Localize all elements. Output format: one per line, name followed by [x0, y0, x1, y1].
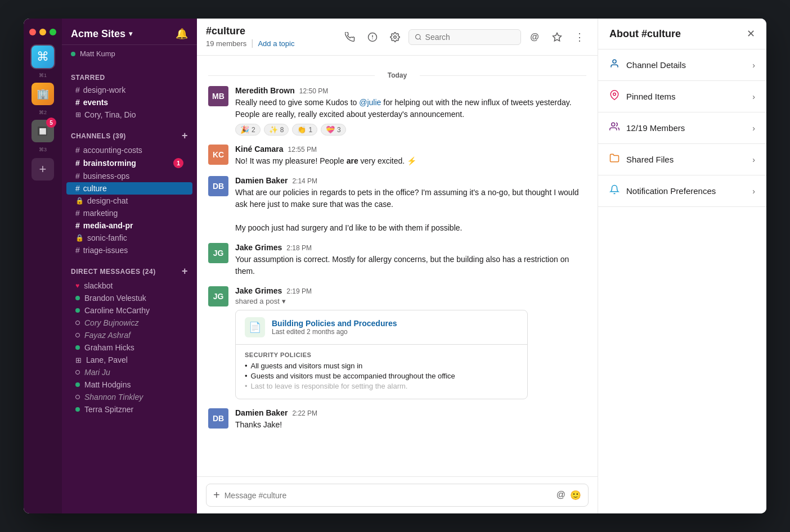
list-item: • Guests and visitors must be accompanie… [245, 372, 518, 380]
reaction-item[interactable]: ✨8 [264, 124, 289, 136]
workspace-icon-1[interactable]: ⌘ [30, 44, 55, 69]
avatar: MB [208, 86, 228, 106]
dm-item-fayaz-ashraf[interactable]: Fayaz Ashraf [66, 329, 192, 341]
panel-item-pinned-items[interactable]: Pinned Items › [598, 81, 766, 112]
search-bar[interactable] [409, 29, 521, 45]
sidebar-item-media-and-pr[interactable]: # media-and-pr [66, 219, 192, 232]
dm-name: Brandon Velestuk [84, 294, 146, 303]
dm-item-brandon-velestuk[interactable]: Brandon Velestuk [66, 292, 192, 304]
post-subtitle: Last edited 2 months ago [272, 328, 397, 336]
panel-item-members[interactable]: 12/19 Members › [598, 112, 766, 144]
sender-name[interactable]: Kiné Camara [235, 145, 284, 154]
at-mention-icon[interactable]: @ [556, 490, 565, 501]
channels-label-text: CHANNELS (39) [71, 132, 126, 140]
close-button[interactable] [29, 29, 36, 35]
sidebar-item-culture[interactable]: # culture [66, 182, 192, 195]
info-icon[interactable] [363, 28, 381, 46]
reactions: 🎉2 ✨8 👏1 💝3 [235, 124, 586, 136]
panel-item-left: 12/19 Members [609, 121, 685, 134]
panel-item-notification-prefs[interactable]: Notification Preferences › [598, 175, 766, 207]
sidebar-item-design-chat[interactable]: 🔒 design-chat [66, 195, 192, 207]
sidebar-item-cory-tina-dio[interactable]: ⊞ Cory, Tina, Dio [66, 109, 192, 121]
reaction-item[interactable]: 👏1 [292, 124, 317, 136]
panel-item-label: Shared Files [626, 155, 674, 164]
chevron-right-icon: › [752, 61, 755, 70]
sidebar-item-brainstorming[interactable]: # brainstorming 1 [66, 156, 192, 170]
message-input[interactable] [225, 491, 552, 500]
user-status[interactable]: Matt Kump [62, 45, 197, 65]
minimize-button[interactable] [39, 29, 46, 35]
dm-item-graham-hicks[interactable]: Graham Hicks [66, 341, 192, 354]
close-panel-button[interactable]: ✕ [747, 28, 755, 40]
at-icon[interactable]: @ [526, 28, 544, 46]
sender-name[interactable]: Damien Baker [235, 176, 288, 185]
chevron-right-icon: › [752, 92, 755, 101]
more-icon[interactable]: ⋮ [571, 28, 589, 46]
shared-post-body: SECURITY POLICIES • All guests and visit… [236, 345, 527, 399]
hash-icon: # [75, 221, 80, 230]
panel-item-shared-files[interactable]: Shared Files › [598, 144, 766, 175]
hash-icon: # [75, 184, 80, 193]
channel-name: brainstorming [83, 159, 136, 168]
emoji-icon[interactable]: 🙂 [570, 490, 581, 501]
avatar: DB [208, 176, 228, 196]
sidebar-item-events[interactable]: # events [66, 96, 192, 109]
settings-icon[interactable] [386, 28, 404, 46]
post-title[interactable]: Building Policies and Procedures [272, 319, 397, 328]
dm-item-slackbot[interactable]: ♥ slackbot [66, 279, 192, 292]
sender-name[interactable]: Damien Baker [235, 408, 288, 417]
sidebar-item-accounting-costs[interactable]: # accounting-costs [66, 144, 192, 156]
add-attachment-button[interactable]: + [213, 489, 220, 502]
sidebar-item-business-ops[interactable]: # business-ops [66, 170, 192, 182]
add-dm-button[interactable]: + [182, 265, 188, 277]
hash-icon: # [75, 172, 80, 181]
reaction-item[interactable]: 💝3 [321, 124, 346, 136]
status-indicator-offline [75, 333, 80, 337]
call-icon[interactable] [341, 28, 359, 46]
dm-item-mari-ju[interactable]: Mari Ju [66, 366, 192, 378]
dm-item-caroline-mccarthy[interactable]: Caroline McCarthy [66, 304, 192, 317]
date-divider: Today [208, 71, 586, 79]
chevron-right-icon: › [752, 155, 755, 164]
channel-name: marketing [83, 209, 118, 218]
mention[interactable]: @julie [359, 98, 381, 107]
app-icons-column: ⌘ ⌘1 🏢 ⌘2 🔲 5 ⌘3 + [24, 19, 62, 513]
dm-item-lane-pavel[interactable]: ⊞ Lane, Pavel [66, 354, 192, 366]
notification-bell-icon[interactable]: 🔔 [176, 28, 188, 40]
star-icon[interactable] [548, 28, 566, 46]
sender-name[interactable]: Jake Grimes [235, 286, 282, 295]
workspace-icon-3[interactable]: 🔲 5 [30, 119, 55, 143]
message-content: Damien Baker 2:22 PM Thanks Jake! [235, 408, 586, 431]
channel-prefix-icon: # [75, 85, 80, 94]
add-channel-button[interactable]: + [182, 130, 188, 142]
sender-name[interactable]: Jake Grimes [235, 243, 282, 252]
dm-item-cory-bujnowicz[interactable]: Cory Bujnowicz [66, 317, 192, 329]
panel-item-channel-details[interactable]: Channel Details › [598, 49, 766, 81]
sidebar-item-marketing[interactable]: # marketing [66, 207, 192, 219]
channel-name: sonic-fanfic [87, 233, 127, 242]
chevron-right-icon: › [752, 124, 755, 133]
dm-item-matt-hodgins[interactable]: Matt Hodgins [66, 378, 192, 391]
sidebar-item-design-work[interactable]: # design-work [66, 84, 192, 96]
sidebar-item-triage-issues[interactable]: # triage-issues [66, 244, 192, 256]
sender-name[interactable]: Meredith Brown [235, 86, 295, 95]
add-workspace-button[interactable]: + [32, 158, 54, 181]
reaction-item[interactable]: 🎉2 [235, 124, 261, 136]
workspace-name[interactable]: Acme Sites ▾ [71, 28, 132, 40]
workspace-icon-2[interactable]: 🏢 [30, 82, 55, 106]
search-icon [415, 33, 422, 41]
dm-item-terra-spitzner[interactable]: Terra Spitzner [66, 403, 192, 416]
sidebar-item-sonic-fanfic[interactable]: 🔒 sonic-fanfic [66, 232, 192, 244]
message-time: 2:18 PM [286, 244, 312, 252]
maximize-button[interactable] [50, 29, 56, 35]
dm-section-label: DIRECT MESSAGES (24) + [62, 256, 197, 279]
dm-item-shannon-tinkley[interactable]: Shannon Tinkley [66, 391, 192, 403]
channel-title-area: #culture 19 members | Add a topic [206, 25, 294, 48]
shared-post-header: 📄 Building Policies and Procedures Last … [236, 310, 527, 345]
add-topic-link[interactable]: Add a topic [258, 39, 294, 48]
search-input[interactable] [425, 33, 515, 42]
kbd-hint-3: ⌘3 [39, 147, 47, 152]
message-content: Meredith Brown 12:50 PM Really need to g… [235, 86, 586, 136]
svg-point-8 [613, 93, 616, 96]
channel-name: Cory, Tina, Dio [84, 110, 136, 119]
